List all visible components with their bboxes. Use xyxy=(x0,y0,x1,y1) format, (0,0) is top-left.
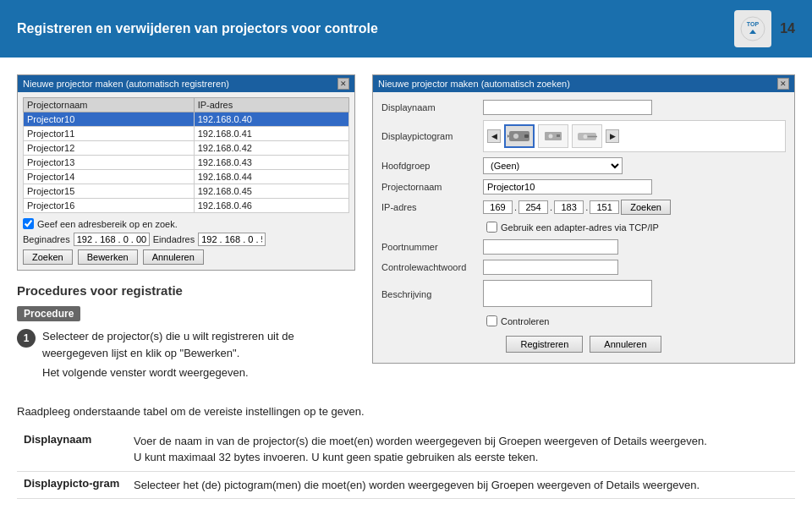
begin-address-input[interactable] xyxy=(74,233,150,246)
projectornaam-input[interactable] xyxy=(483,179,652,194)
displaypictogram-label: Displaypictogram xyxy=(378,118,480,155)
svg-point-8 xyxy=(549,134,553,139)
adapter-checkbox-row: Gebruik een adapter-adres via TCP/IP xyxy=(483,220,786,234)
icon-nav-right[interactable]: ▶ xyxy=(606,129,619,143)
register-button-row: Registreren Annuleren xyxy=(378,331,789,358)
address-range-checkbox[interactable] xyxy=(23,218,34,229)
end-label: Eindadres xyxy=(153,234,195,244)
projector-icon-2[interactable] xyxy=(538,124,568,148)
beschrijving-textarea[interactable] xyxy=(483,280,652,307)
projector-icon-3[interactable] xyxy=(572,124,602,148)
ip-part-2[interactable] xyxy=(518,200,548,214)
form-row-projectornaam: Projectornaam xyxy=(378,177,789,197)
ip-fields: . . . Zoeken xyxy=(483,200,786,215)
page-header: Registreren en verwijderen van projector… xyxy=(0,0,812,58)
top-badge: TOP xyxy=(734,10,771,47)
left-dialog-titlebar: Nieuwe projector maken (automatisch regi… xyxy=(18,75,354,92)
svg-point-11 xyxy=(584,134,588,139)
table-row[interactable]: Projector14192.168.0.44 xyxy=(24,170,349,184)
table-row[interactable]: Projector12192.168.0.42 xyxy=(24,141,349,156)
zoeken-button[interactable]: Zoeken xyxy=(23,249,73,265)
left-dialog: Nieuwe projector maken (automatisch regi… xyxy=(17,74,355,271)
icon-nav-left[interactable]: ◀ xyxy=(487,129,501,143)
col-header-name: Projectornaam xyxy=(24,98,195,112)
annuleren-button-right[interactable]: Annuleren xyxy=(590,336,661,353)
registreren-button[interactable]: Registreren xyxy=(506,336,583,353)
col-header-ip: IP-adres xyxy=(194,98,348,112)
table-row[interactable]: Projector11192.168.0.41 xyxy=(24,127,349,141)
controlewachtwoord-input[interactable] xyxy=(483,260,618,275)
form-row-hoofdgroep: Hoofdgroep (Geen) xyxy=(378,155,789,177)
displaynaam-input[interactable] xyxy=(483,100,652,115)
raadpleeg-text: Raadpleeg onderstaande tabel om de verei… xyxy=(17,405,795,418)
beschrijving-label: Beschrijving xyxy=(378,277,480,311)
left-dialog-body: Projectornaam IP-adres Projector10192.16… xyxy=(18,92,354,270)
step-1-sub: Het volgende venster wordt weergegeven. xyxy=(42,364,355,381)
hoofdgroep-select[interactable]: (Geen) xyxy=(483,157,623,174)
poortnummer-input[interactable] xyxy=(483,239,618,255)
form-row-displaypictogram: Displaypictogram ◀ xyxy=(378,118,789,155)
form-row-controlewachtwoord: Controlewachtwoord xyxy=(378,257,789,277)
form-row-poortnummer: Poortnummer xyxy=(378,237,789,257)
right-dialog-body: Displaynaam Displaypictogram ◀ xyxy=(373,92,794,363)
svg-text:TOP: TOP xyxy=(747,21,760,27)
end-address-input[interactable] xyxy=(198,233,266,246)
table-row[interactable]: Projector10192.168.0.40 xyxy=(24,112,349,127)
section-title: Procedures voor registratie xyxy=(17,283,355,298)
annuleren-button[interactable]: Annuleren xyxy=(143,249,204,265)
form-row-adapter: Gebruik een adapter-adres via TCP/IP xyxy=(378,217,789,237)
header-right: TOP 14 xyxy=(734,10,795,47)
table-row[interactable]: Projector15192.168.0.45 xyxy=(24,184,349,199)
adapter-checkbox[interactable] xyxy=(486,222,497,233)
bottom-section: Raadpleeg onderstaande tabel om de verei… xyxy=(0,405,812,516)
displaynaam-label: Displaynaam xyxy=(378,97,480,118)
controlewachtwoord-label: Controlewachtwoord xyxy=(378,257,480,277)
form-table: Displaynaam Displaypictogram ◀ xyxy=(378,97,789,331)
zoeken-ip-button[interactable]: Zoeken xyxy=(621,200,671,215)
page-number: 14 xyxy=(780,21,795,36)
right-dialog-titlebar: Nieuwe projector maken (automatisch zoek… xyxy=(373,75,794,92)
right-dialog-close[interactable]: ✕ xyxy=(777,78,789,90)
form-row-ip-adres: IP-adres . . . Zoeken xyxy=(378,197,789,217)
form-row-controleren: Controleren xyxy=(378,311,789,331)
controleren-checkbox[interactable] xyxy=(486,315,497,326)
step-number-1: 1 xyxy=(17,329,36,348)
info-table: DisplaynaamVoer de naam in van de projec… xyxy=(17,428,795,500)
ip-part-1[interactable] xyxy=(483,200,513,214)
projector-icon-1[interactable] xyxy=(504,124,535,148)
bewerken-button[interactable]: Bewerken xyxy=(78,249,138,265)
list-item: Displaypicto-gramSelecteer het (de) pict… xyxy=(17,471,795,499)
form-row-beschrijving: Beschrijving xyxy=(378,277,789,311)
poortnummer-label: Poortnummer xyxy=(378,237,480,257)
checkbox-row: Geef een adresbereik op en zoek. xyxy=(23,218,349,229)
ip-part-3[interactable] xyxy=(554,200,584,214)
right-dialog: Nieuwe projector maken (automatisch zoek… xyxy=(372,74,795,364)
right-dialog-title: Nieuwe projector maken (automatisch zoek… xyxy=(378,79,570,89)
list-item: DisplaynaamVoer de naam in van de projec… xyxy=(17,428,795,472)
svg-marker-6 xyxy=(508,134,509,138)
procedure-step-1: 1 Selecteer de projector(s) die u wilt r… xyxy=(17,328,355,381)
procedure-badge: Procedure xyxy=(17,306,80,321)
left-dialog-close[interactable]: ✕ xyxy=(337,78,349,90)
left-column: Nieuwe projector maken (automatisch regi… xyxy=(17,74,355,388)
procedures-section: Procedures voor registratie Procedure 1 … xyxy=(17,283,355,381)
hoofdgroep-label: Hoofdgroep xyxy=(378,155,480,177)
table-row[interactable]: Projector13192.168.0.43 xyxy=(24,156,349,170)
svg-rect-5 xyxy=(524,134,529,138)
dialog-button-row: Zoeken Bewerken Annuleren xyxy=(23,249,349,265)
controleren-label: Controleren xyxy=(501,316,549,326)
controleren-checkbox-row: Controleren xyxy=(483,314,786,328)
projector-table: Projectornaam IP-adres Projector10192.16… xyxy=(23,97,349,213)
ip-adres-label: IP-adres xyxy=(378,197,480,217)
right-column: Nieuwe projector maken (automatisch zoek… xyxy=(372,74,795,388)
form-row-displaynaam: Displaynaam xyxy=(378,97,789,118)
left-dialog-title: Nieuwe projector maken (automatisch regi… xyxy=(23,79,229,89)
table-row[interactable]: Projector16192.168.0.46 xyxy=(24,199,349,213)
adapter-label: Gebruik een adapter-adres via TCP/IP xyxy=(501,222,659,233)
ip-part-4[interactable] xyxy=(590,200,619,214)
begin-label: Beginadres xyxy=(23,234,70,244)
projectornaam-label: Projectornaam xyxy=(378,177,480,197)
icon-row: ◀ xyxy=(483,120,786,152)
svg-rect-9 xyxy=(557,134,560,137)
page-title: Registreren en verwijderen van projector… xyxy=(17,21,378,36)
